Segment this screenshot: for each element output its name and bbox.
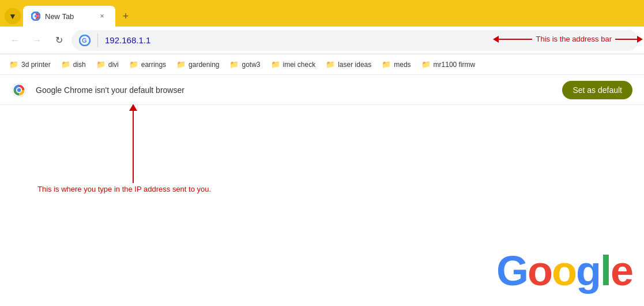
svg-point-11 (17, 88, 21, 92)
google-letter-l: l (600, 248, 611, 294)
tab-close-btn[interactable]: × (97, 11, 107, 21)
folder-icon: 📁 (326, 60, 335, 69)
new-tab-btn[interactable]: + (118, 8, 134, 24)
set-default-button[interactable]: Set as default (562, 81, 632, 99)
google-letter-g2: g (576, 248, 600, 294)
bookmark-item-mr1100[interactable]: 📁 mr1100 firmw (417, 58, 480, 71)
address-bar-divider (97, 33, 98, 47)
notification-bar: Google Chrome isn't your default browser… (0, 75, 644, 105)
folder-icon: 📁 (9, 60, 18, 69)
bookmark-label: meds (394, 61, 410, 69)
back-button[interactable]: ← (6, 31, 24, 50)
reload-icon: ↻ (55, 35, 63, 46)
bookmark-label: imei check (283, 61, 316, 69)
forward-button[interactable]: → (28, 31, 46, 50)
bookmark-label: laser ideas (338, 61, 371, 69)
active-tab[interactable]: New Tab × (23, 6, 115, 27)
google-search-icon: G (79, 35, 91, 46)
google-logo: Google (496, 248, 632, 294)
bookmark-label: divi (108, 61, 119, 69)
tab-favicon (31, 12, 40, 21)
arrow-head-up (129, 104, 137, 111)
google-letter-e: e (611, 248, 632, 294)
forward-icon: → (32, 35, 42, 46)
google-letter-o1: o (528, 248, 552, 294)
bookmarks-bar: 📁 3d printer 📁 dish 📁 divi 📁 earrings 📁 … (0, 54, 644, 75)
folder-icon: 📁 (96, 60, 106, 69)
folder-icon: 📁 (229, 60, 239, 69)
svg-text:G: G (82, 37, 87, 44)
main-content: This is where you type in the IP address… (0, 105, 644, 306)
back-icon: ← (10, 35, 20, 46)
folder-icon: 📁 (271, 60, 280, 69)
address-input[interactable] (105, 35, 631, 45)
folder-icon: 📁 (421, 60, 431, 69)
chrome-logo (12, 83, 27, 98)
bookmark-label: mr1100 firmw (434, 61, 476, 69)
folder-icon: 📁 (129, 60, 138, 69)
notification-message: Google Chrome isn't your default browser (36, 85, 553, 95)
google-logo-container: Google (496, 247, 632, 294)
tab-dropdown-btn[interactable]: ▼ (5, 8, 21, 24)
svg-point-2 (35, 15, 37, 17)
google-letter-g: G (496, 248, 528, 294)
bookmark-item-imei[interactable]: 📁 imei check (266, 58, 321, 71)
bookmark-label: gotw3 (242, 61, 260, 69)
bookmark-item-gotw3[interactable]: 📁 gotw3 (225, 58, 265, 71)
address-bar-wrapper: G (71, 30, 638, 51)
bookmark-label: earrings (141, 61, 166, 69)
vertical-arrow-line (133, 105, 134, 183)
google-letter-o2: o (552, 248, 576, 294)
ip-annotation-text: This is where you type in the IP address… (37, 185, 211, 193)
folder-icon: 📁 (382, 60, 391, 69)
bookmark-item-gardening[interactable]: 📁 gardening (172, 58, 224, 71)
bookmark-item-divi[interactable]: 📁 divi (92, 58, 123, 71)
bookmark-label: gardening (189, 61, 219, 69)
folder-icon: 📁 (61, 60, 70, 69)
navigation-bar: ← → ↻ G This is the address bar (0, 27, 644, 54)
reload-button[interactable]: ↻ (50, 31, 68, 50)
tab-bar: ▼ New Tab × + (0, 0, 644, 27)
bookmark-label: 3d printer (21, 61, 51, 69)
bookmark-item-meds[interactable]: 📁 meds (377, 58, 415, 71)
tab-title: New Tab (45, 12, 92, 21)
bookmark-item-earrings[interactable]: 📁 earrings (125, 58, 171, 71)
bookmark-item-3dprinter[interactable]: 📁 3d printer (5, 58, 55, 71)
bookmark-item-laser[interactable]: 📁 laser ideas (321, 58, 376, 71)
folder-icon: 📁 (176, 60, 186, 69)
bookmark-label: dish (73, 61, 86, 69)
bookmark-item-dish[interactable]: 📁 dish (57, 58, 91, 71)
